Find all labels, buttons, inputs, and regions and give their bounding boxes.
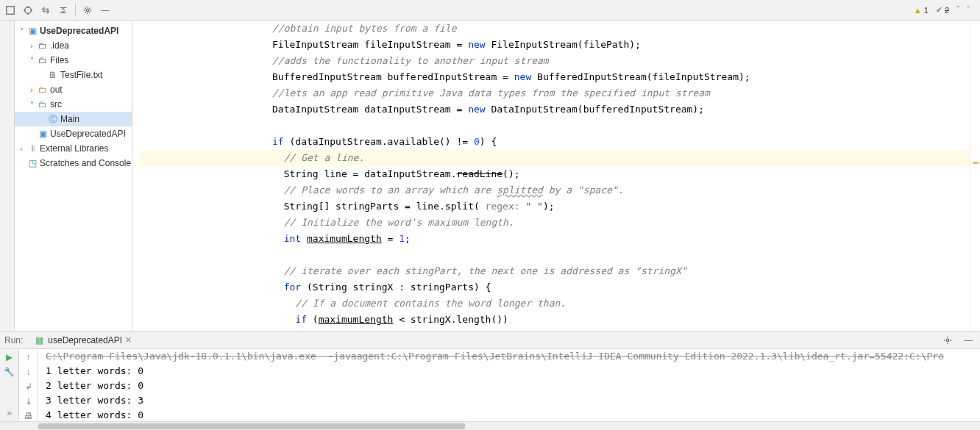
- code-text: String[] stringParts = line.split(: [284, 201, 480, 212]
- run-output-line: 3 letter words: 3: [46, 395, 143, 406]
- tree-label: Scratches and Console: [38, 158, 131, 168]
- tree-label: UseDeprecatedAPI: [49, 129, 126, 139]
- tree-folder-out[interactable]: › 🗀 out: [15, 82, 132, 97]
- warning-marker[interactable]: [973, 162, 979, 164]
- warning-icon: ▲: [914, 6, 922, 15]
- close-icon[interactable]: ✕: [125, 335, 132, 345]
- tree-folder-src[interactable]: ˅ 🗀 src: [15, 97, 132, 112]
- tree-scratches[interactable]: ◳ Scratches and Console: [15, 156, 132, 171]
- tree-label: Files: [49, 55, 68, 65]
- code-text: DataInputStream(bufferedInputStream);: [486, 104, 704, 115]
- tree-class-main[interactable]: Ⓒ Main: [15, 112, 132, 126]
- code-text: FileInputStream fileInputStream =: [272, 39, 468, 50]
- warnings-badge[interactable]: ▲1: [914, 6, 928, 15]
- tree-folder-files[interactable]: ˅ 🗀 Files: [15, 53, 132, 68]
- code-comment: // Initialize the word's maximum length.: [284, 217, 514, 228]
- code-string: " ": [525, 201, 542, 212]
- tree-iml[interactable]: ▣ UseDeprecatedAPI: [15, 126, 132, 141]
- chevron-right-icon[interactable]: ›: [26, 86, 37, 94]
- tree-label: out: [49, 85, 63, 95]
- tree-label: .idea: [49, 40, 69, 51]
- settings-icon[interactable]: [940, 333, 955, 348]
- hide-icon[interactable]: —: [98, 3, 113, 18]
- code-comment: // Place words to an array which are: [284, 184, 497, 196]
- tree-folder-idea[interactable]: › 🗀 .idea: [15, 38, 132, 53]
- code-comment: // Set the new value for the maximum len…: [307, 330, 555, 331]
- svg-point-1: [25, 7, 32, 13]
- code-number: 0: [474, 136, 480, 147]
- run-output-line: 4 letter words: 0: [46, 409, 143, 420]
- code-comment: //obtain input bytes from a file: [272, 23, 456, 34]
- tree-ext-libs[interactable]: › ⫴ External Libraries: [15, 141, 132, 156]
- code-keyword: new: [514, 71, 531, 82]
- code-text: (String stringX : stringParts) {: [301, 282, 491, 293]
- run-tool-window: Run: ▦ useDeprecatedAPI ✕ — ▶ 🔧 » ↑ ↓ ↲ …: [0, 331, 980, 430]
- run-output[interactable]: C:\Program Files\Java\jdk-18.0.1.1\bin\j…: [38, 349, 980, 421]
- separator: [75, 4, 76, 17]
- code-var: maximumLength: [307, 233, 382, 244]
- rerun-icon[interactable]: ▶: [6, 352, 13, 362]
- code-text: ) {: [480, 136, 497, 147]
- run-cmd-line: C:\Program Files\Java\jdk-18.0.1.1\bin\j…: [46, 351, 944, 362]
- warning-count: 1: [924, 6, 928, 15]
- code-number: 1: [399, 233, 405, 244]
- code-keyword: new: [468, 104, 485, 115]
- select-opened-icon[interactable]: [3, 3, 18, 18]
- weak-warnings-badge[interactable]: ✔2: [936, 5, 949, 15]
- folder-icon: 🗀: [37, 99, 49, 110]
- typo-word: splitted: [497, 184, 543, 196]
- hide-icon[interactable]: —: [961, 333, 976, 348]
- run-output-line: 1 letter words: 0: [46, 365, 143, 376]
- folder-icon: 🗀: [37, 40, 49, 51]
- code-comment: by a "space".: [543, 184, 624, 196]
- folder-icon: 🗀: [37, 85, 49, 95]
- project-root-label: UseDeprecatedAPI: [38, 26, 118, 36]
- inspection-widget[interactable]: ▲1 ✔2 ˆ ˇ: [914, 5, 977, 15]
- code-text: (: [307, 314, 319, 325]
- print-icon[interactable]: 🖶: [24, 411, 33, 421]
- collapse-all-icon[interactable]: [56, 3, 71, 18]
- code-text: [301, 233, 307, 244]
- editor-area: //obtain input bytes from a file FileInp…: [132, 21, 980, 331]
- soft-wrap-icon[interactable]: ↲: [25, 381, 32, 392]
- code-text: BufferedInputStream(fileInputStream);: [531, 71, 750, 82]
- chevron-right-icon[interactable]: ›: [16, 145, 26, 153]
- param-hint: regex:: [480, 201, 526, 212]
- project-tree-panel: ˅ ▣ UseDeprecatedAPI › 🗀 .idea ˅ 🗀 Files…: [15, 21, 132, 331]
- run-tab[interactable]: ▦ useDeprecatedAPI ✕: [29, 334, 136, 347]
- chevron-down-icon[interactable]: ˅: [26, 101, 37, 109]
- module-icon: ▣: [37, 129, 49, 139]
- scroll-to-end-icon[interactable]: ⤓: [25, 396, 32, 406]
- run-tab-label: useDeprecatedAPI: [48, 335, 122, 345]
- settings-icon[interactable]: [80, 3, 95, 18]
- code-keyword: if: [295, 314, 307, 325]
- code-keyword: new: [468, 39, 485, 50]
- arrow-down-icon[interactable]: ↓: [26, 367, 31, 377]
- chevron-down-icon[interactable]: ˅: [16, 27, 26, 35]
- code-text: ;: [405, 233, 411, 244]
- code-text: );: [543, 201, 555, 212]
- project-toolbar: — ▲1 ✔2 ˆ ˇ: [0, 0, 980, 21]
- arrow-up-icon[interactable]: ↑: [26, 352, 31, 362]
- expand-all-icon[interactable]: [38, 3, 53, 18]
- horizontal-scrollbar[interactable]: [0, 421, 980, 430]
- more-icon[interactable]: »: [7, 408, 12, 418]
- code-comment: // iterate over each stingPart, the next…: [284, 265, 687, 276]
- project-root[interactable]: ˅ ▣ UseDeprecatedAPI: [15, 24, 132, 38]
- scrollbar-thumb[interactable]: [38, 423, 465, 429]
- run-header: Run: ▦ useDeprecatedAPI ✕ —: [0, 332, 980, 349]
- run-action-gutter: ▶ 🔧 »: [0, 349, 19, 421]
- target-icon[interactable]: [21, 3, 35, 18]
- chevron-right-icon[interactable]: ›: [26, 42, 37, 50]
- editor-marker-strip[interactable]: [970, 21, 980, 331]
- tree-label: External Libraries: [38, 143, 108, 154]
- deprecated-call: readLine: [456, 168, 503, 179]
- tree-file-testfile[interactable]: 🗎 TestFile.txt: [15, 68, 132, 82]
- code-text: String line = dataInputStream.: [284, 168, 457, 179]
- code-editor[interactable]: //obtain input bytes from a file FileInp…: [132, 21, 970, 331]
- chevron-down-icon[interactable]: ˇ: [967, 5, 970, 15]
- chevron-down-icon[interactable]: ˅: [26, 57, 37, 65]
- module-icon: ▣: [26, 26, 38, 36]
- chevron-up-icon[interactable]: ˆ: [956, 5, 959, 15]
- wrench-icon[interactable]: 🔧: [4, 367, 15, 377]
